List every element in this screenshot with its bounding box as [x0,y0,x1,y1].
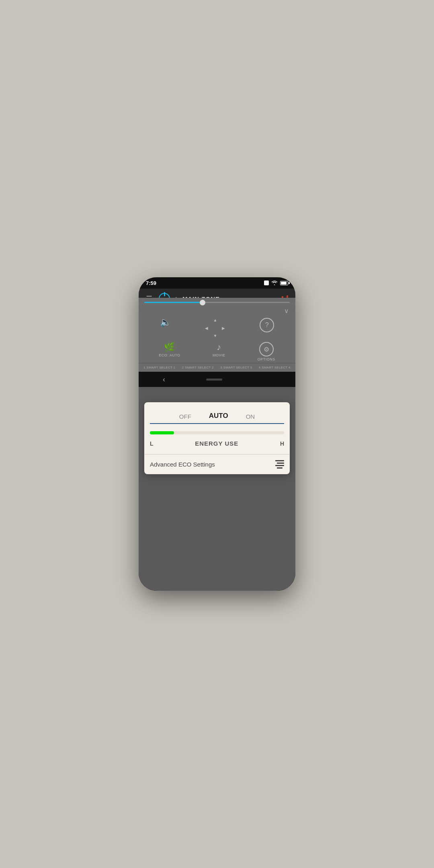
back-button[interactable]: ‹ [163,375,165,384]
volume-thumb[interactable] [200,300,205,305]
energy-title: ENERGY USE [195,440,238,447]
gear-icon: ⚙ [259,342,274,356]
energy-slider[interactable] [150,428,284,438]
nav-bar: ‹ [139,372,295,387]
eco-label: ECO: AUTO [159,353,180,357]
eco-tab-off[interactable]: OFF [170,410,200,423]
wifi-icon [271,280,278,285]
movie-icon: ♪ [217,342,221,352]
movie-button[interactable]: ♪ MOVIE [213,342,225,361]
dpad-left: ◀ [205,326,208,330]
smart-select-row: 1 SMART SELECT 1 2 SMART SELECT 2 3 SMAR… [139,363,295,372]
eco-divider2 [144,454,290,454]
advanced-label: Advanced ECO Settings [150,461,215,468]
home-pill[interactable] [206,379,222,381]
dpad-right: ▶ [222,326,225,330]
advanced-row[interactable]: Advanced ECO Settings [144,456,290,474]
status-bar: 7:59 [139,277,295,289]
dpad-down: ▼ [213,334,217,338]
battery-icon [280,281,288,285]
dpad-button[interactable]: ▲ ▼ ◀ ▶ [205,318,225,338]
energy-high-label: H [280,440,284,447]
energy-low-label: L [150,440,154,447]
volume-slider-track[interactable] [144,302,290,303]
options-button[interactable]: ⚙ OPTIONS [258,342,275,361]
smart-select-3[interactable]: 3 SMART SELECT 3 [220,366,252,369]
energy-label-row: L ENERGY USE H [150,439,284,448]
eco-tabs: OFF AUTO ON [144,402,290,423]
dpad-icon: ▲ ▼ ◀ ▶ [205,318,225,338]
eco-button[interactable]: 🌿 ECO: AUTO [159,342,180,361]
time: 7:59 [146,280,156,286]
main-content: OUTPUT FDL SW FDR FL C FR [139,324,295,387]
controls-row: 🔈 ▲ ▼ ◀ ▶ ? [139,315,295,340]
options-label: OPTIONS [258,357,275,361]
movie-label: MOVIE [213,353,225,357]
help-button[interactable]: ? [260,318,274,338]
question-icon: ? [260,318,274,332]
eco-tab-auto[interactable]: AUTO [200,409,237,423]
smart-select-1[interactable]: 1 SMART SELECT 1 [143,366,175,369]
eco-popup: OFF AUTO ON L ENERGY USE H [144,402,290,474]
volume-slider-row [139,298,295,307]
notification-icon [264,280,269,285]
smart-select-2[interactable]: 2 SMART SELECT 2 [182,366,214,369]
dpad-up: ▲ [213,318,217,322]
chevron-row: ∨ [139,307,295,315]
volume-button[interactable]: 🔈 [160,318,171,338]
slider-fill [150,431,174,434]
eco-icon: 🌿 [164,342,175,352]
smart-select-4[interactable]: 4 SMART SELECT 4 [259,366,291,369]
eco-tab-on[interactable]: ON [237,410,264,423]
volume-icon: 🔈 [160,318,171,327]
bottom-section: ∨ 🔈 ▲ ▼ ◀ ▶ [139,298,295,387]
chevron-down-icon[interactable]: ∨ [284,307,289,314]
menu-list-icon [275,460,284,469]
controls-row-2: 🌿 ECO: AUTO ♪ MOVIE ⚙ OPTIONS [139,340,295,363]
energy-section: L ENERGY USE H [144,424,290,452]
volume-slider-fill [144,302,203,303]
